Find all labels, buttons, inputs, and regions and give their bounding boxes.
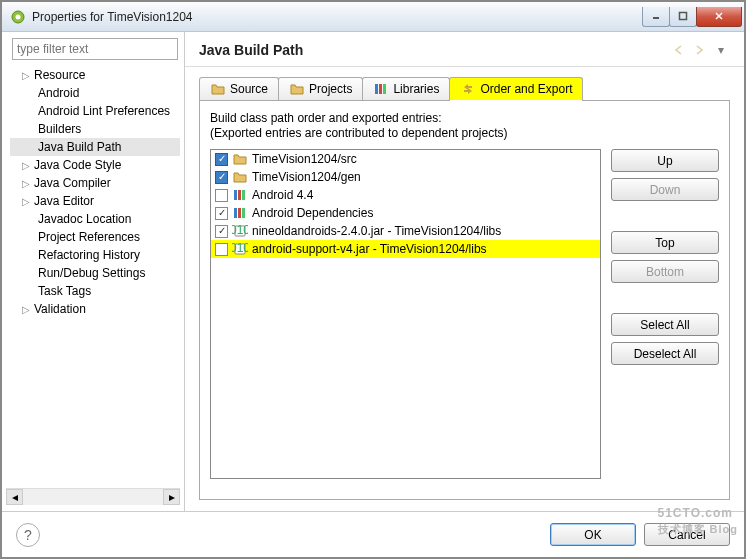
help-button[interactable]: ? xyxy=(16,523,40,547)
svg-rect-8 xyxy=(383,84,386,94)
folder-icon xyxy=(232,169,248,185)
dropdown-icon[interactable]: ▾ xyxy=(712,42,730,58)
filter-input[interactable] xyxy=(12,38,178,60)
checkbox[interactable] xyxy=(215,189,228,202)
tab-libraries[interactable]: Libraries xyxy=(362,77,450,100)
minimize-button[interactable] xyxy=(642,7,670,27)
books-icon xyxy=(232,205,248,221)
classpath-list[interactable]: TimeVision1204/srcTimeVision1204/genAndr… xyxy=(210,149,601,479)
list-item[interactable]: TimeVision1204/src xyxy=(211,150,600,168)
tree-item-run-debug-settings[interactable]: Run/Debug Settings xyxy=(10,264,180,282)
svg-text:010: 010 xyxy=(232,223,248,237)
checkbox[interactable] xyxy=(215,225,228,238)
property-tree[interactable]: ▷ResourceAndroidAndroid Lint Preferences… xyxy=(6,66,180,488)
jar-icon: 010 xyxy=(232,241,248,257)
tree-item-builders[interactable]: Builders xyxy=(10,120,180,138)
tree-item-label: Project References xyxy=(36,230,140,244)
list-item-label: android-support-v4.jar - TimeVision1204/… xyxy=(252,242,487,256)
tree-item-label: Javadoc Location xyxy=(36,212,131,226)
expand-icon[interactable]: ▷ xyxy=(20,196,32,207)
list-item-label: TimeVision1204/gen xyxy=(252,170,361,184)
top-button[interactable]: Top xyxy=(611,231,719,254)
svg-rect-13 xyxy=(238,208,241,218)
tree-item-java-build-path[interactable]: Java Build Path xyxy=(10,138,180,156)
list-item-label: Android 4.4 xyxy=(252,188,313,202)
tree-item-java-code-style[interactable]: ▷Java Code Style xyxy=(10,156,180,174)
select-all-button[interactable]: Select All xyxy=(611,313,719,336)
tree-item-label: Builders xyxy=(36,122,81,136)
svg-rect-10 xyxy=(238,190,241,200)
ok-button[interactable]: OK xyxy=(550,523,636,546)
description-line1: Build class path order and exported entr… xyxy=(210,111,719,126)
tab-label: Libraries xyxy=(393,82,439,96)
svg-rect-6 xyxy=(375,84,378,94)
expand-icon[interactable]: ▷ xyxy=(20,304,32,315)
list-item-label: Android Dependencies xyxy=(252,206,373,220)
app-icon xyxy=(10,9,26,25)
tree-item-label: Java Build Path xyxy=(36,140,121,154)
cancel-button[interactable]: Cancel xyxy=(644,523,730,546)
tab-label: Source xyxy=(230,82,268,96)
tab-strip: SourceProjectsLibrariesOrder and Export xyxy=(185,67,744,100)
tree-item-label: Java Code Style xyxy=(32,158,121,172)
list-item-label: TimeVision1204/src xyxy=(252,152,357,166)
up-button[interactable]: Up xyxy=(611,149,719,172)
close-button[interactable] xyxy=(696,7,742,27)
deselect-all-button[interactable]: Deselect All xyxy=(611,342,719,365)
down-button[interactable]: Down xyxy=(611,178,719,201)
forward-icon[interactable] xyxy=(692,42,710,58)
tab-source[interactable]: Source xyxy=(199,77,279,100)
expand-icon[interactable]: ▷ xyxy=(20,70,32,81)
checkbox[interactable] xyxy=(215,207,228,220)
list-item[interactable]: Android 4.4 xyxy=(211,186,600,204)
bottom-button[interactable]: Bottom xyxy=(611,260,719,283)
folder-icon xyxy=(289,81,305,97)
checkbox[interactable] xyxy=(215,153,228,166)
tree-item-label: Java Editor xyxy=(32,194,94,208)
expand-icon[interactable]: ▷ xyxy=(20,178,32,189)
tree-item-javadoc-location[interactable]: Javadoc Location xyxy=(10,210,180,228)
tab-projects[interactable]: Projects xyxy=(278,77,363,100)
page-title: Java Build Path xyxy=(199,42,670,58)
list-item[interactable]: TimeVision1204/gen xyxy=(211,168,600,186)
folder-icon xyxy=(232,151,248,167)
tree-item-label: Task Tags xyxy=(36,284,91,298)
folder-icon xyxy=(210,81,226,97)
tree-item-task-tags[interactable]: Task Tags xyxy=(10,282,180,300)
scroll-left-icon[interactable]: ◂ xyxy=(6,489,23,505)
list-item[interactable]: Android Dependencies xyxy=(211,204,600,222)
tree-item-label: Android Lint Preferences xyxy=(36,104,170,118)
tree-item-java-compiler[interactable]: ▷Java Compiler xyxy=(10,174,180,192)
svg-text:010: 010 xyxy=(232,241,248,255)
tree-item-label: Android xyxy=(36,86,79,100)
tree-horizontal-scrollbar[interactable]: ◂ ▸ xyxy=(6,488,180,505)
svg-rect-7 xyxy=(379,84,382,94)
svg-rect-12 xyxy=(234,208,237,218)
tree-item-project-references[interactable]: Project References xyxy=(10,228,180,246)
dialog-footer: ? OK Cancel xyxy=(2,511,744,557)
tree-item-label: Java Compiler xyxy=(32,176,111,190)
books-icon xyxy=(373,81,389,97)
svg-rect-14 xyxy=(242,208,245,218)
tree-item-android-lint-preferences[interactable]: Android Lint Preferences xyxy=(10,102,180,120)
window-titlebar: Properties for TimeVision1204 xyxy=(2,2,744,32)
expand-icon[interactable]: ▷ xyxy=(20,160,32,171)
tree-item-refactoring-history[interactable]: Refactoring History xyxy=(10,246,180,264)
list-item[interactable]: 010nineoldandroids-2.4.0.jar - TimeVisio… xyxy=(211,222,600,240)
checkbox[interactable] xyxy=(215,243,228,256)
tree-item-resource[interactable]: ▷Resource xyxy=(10,66,180,84)
tree-item-java-editor[interactable]: ▷Java Editor xyxy=(10,192,180,210)
back-icon[interactable] xyxy=(672,42,690,58)
tree-item-android[interactable]: Android xyxy=(10,84,180,102)
tree-item-label: Validation xyxy=(32,302,86,316)
svg-rect-3 xyxy=(680,13,687,20)
list-item[interactable]: 010android-support-v4.jar - TimeVision12… xyxy=(211,240,600,258)
scroll-right-icon[interactable]: ▸ xyxy=(163,489,180,505)
tree-item-label: Resource xyxy=(32,68,85,82)
maximize-button[interactable] xyxy=(669,7,697,27)
tree-item-validation[interactable]: ▷Validation xyxy=(10,300,180,318)
tab-order-and-export[interactable]: Order and Export xyxy=(449,77,583,100)
tab-label: Projects xyxy=(309,82,352,96)
property-tree-pane: ▷ResourceAndroidAndroid Lint Preferences… xyxy=(2,32,185,511)
checkbox[interactable] xyxy=(215,171,228,184)
